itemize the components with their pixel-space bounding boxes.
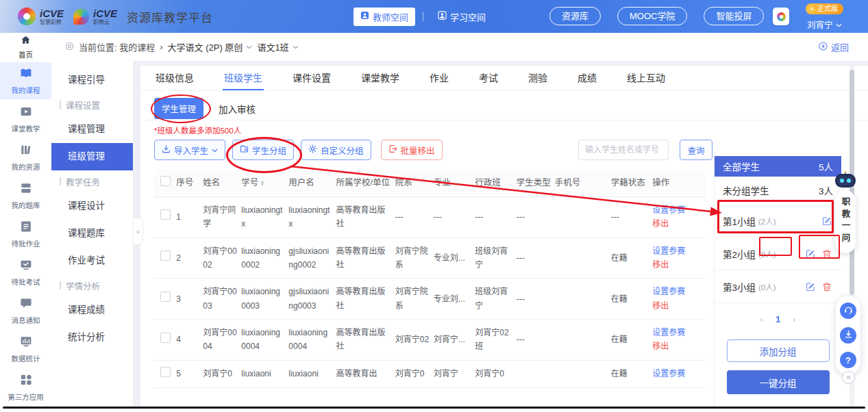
pagination-prev[interactable]: ‹ (760, 314, 763, 324)
menu-item-course-management[interactable]: 课程管理 (51, 116, 133, 143)
set-contest-action-link[interactable]: 设置参赛 (652, 326, 702, 339)
menu-item-class-management[interactable]: 班级管理 (51, 143, 133, 170)
cell-name[interactable]: 刘宵宁0002 (203, 237, 241, 279)
workspace-teacher-space[interactable]: 教师空间 (354, 8, 415, 26)
group-item-2[interactable]: 第2小组(0人) (715, 237, 841, 270)
remove-action-link[interactable]: 移出 (652, 339, 702, 353)
pagination-next[interactable]: › (793, 314, 795, 324)
close-floating-toolbar-button[interactable]: ✕ (842, 371, 855, 384)
set-contest-action-link[interactable]: 设置参赛 (652, 285, 702, 298)
cell-num: 2 (176, 237, 203, 279)
row-checkbox[interactable] (160, 292, 171, 302)
row-checkbox[interactable] (160, 333, 171, 343)
breadcrumb-course-dropdown[interactable]: 大学语文 (2P) 原创 (168, 40, 253, 53)
query-button[interactable]: 查询 (680, 140, 712, 160)
workspace-learning-space[interactable]: 学习空间 (431, 8, 493, 26)
sidebar-item-my-courses[interactable]: 我的课程 (0, 62, 51, 99)
support-button[interactable] (840, 302, 856, 319)
remove-action-link[interactable]: 移出 (652, 299, 702, 313)
remove-action-link[interactable]: 移出 (652, 217, 702, 231)
menu-item-course-grades[interactable]: 课程成绩 (51, 296, 133, 324)
menu-item-course-guide[interactable]: 课程引导 (51, 66, 133, 94)
tab-courseware-settings[interactable]: 课件设置 (293, 66, 331, 90)
menu-item-statistical-analysis[interactable]: 统计分析 (51, 324, 133, 351)
delete-group-icon[interactable] (822, 282, 832, 292)
sidebar-item-my-resources[interactable]: 我的资源 (0, 139, 51, 176)
menu-item-course-design[interactable]: 课程设计 (51, 192, 133, 220)
student-grouping-button[interactable]: 学生分组 (232, 140, 294, 160)
download-button[interactable] (840, 327, 856, 344)
user-menu[interactable]: 刘宵宁 (807, 18, 842, 31)
cell-major: 刘宵宁... (434, 320, 475, 361)
group-all-students[interactable]: 全部学生 5人 (715, 156, 841, 177)
back-button[interactable]: 返回 (819, 33, 849, 61)
auto-group-button[interactable]: 一键分组 (727, 370, 830, 394)
menu-section-learning-analysis: 学情分析 (51, 274, 133, 296)
row-checkbox[interactable] (160, 367, 171, 377)
edit-group-icon[interactable] (822, 216, 832, 226)
add-group-button[interactable]: 添加分组 (727, 339, 830, 362)
link-smart-casting[interactable]: 智能投屏 (704, 7, 764, 25)
sidebar-collapse-handle[interactable]: « (134, 218, 143, 245)
tab-exam[interactable]: 考试 (479, 66, 498, 90)
tab-join-review[interactable]: 加入审核 (219, 102, 256, 116)
breadcrumb-class-dropdown[interactable]: 语文1班 (257, 40, 298, 53)
sort-icon[interactable] (260, 181, 264, 185)
home-label: 首页 (18, 49, 33, 60)
cell-major: 专业刘... (434, 237, 475, 279)
sidebar-item-label: 待批作业 (12, 238, 40, 248)
group-count: (2人) (758, 216, 776, 227)
tab-classroom-teaching[interactable]: 课堂教学 (361, 66, 399, 90)
custom-grouping-button[interactable]: 自定义分组 (301, 140, 371, 160)
sidebar-item-classroom-teaching[interactable]: 课堂教学 (0, 101, 51, 138)
import-students-button[interactable]: 导入学生 (154, 140, 225, 160)
student-search-input[interactable] (578, 140, 669, 160)
batch-remove-button[interactable]: 批量移出 (381, 140, 443, 160)
sidebar-item-my-question-bank[interactable]: 我的题库 (0, 177, 51, 214)
edit-group-icon[interactable] (806, 282, 815, 292)
pagination-page[interactable]: 1 (776, 314, 780, 324)
sidebar-item-pending-exams[interactable]: 待批考试 (0, 254, 51, 291)
sidebar-item-pending-homework[interactable]: 待批作业 (0, 216, 51, 253)
cell-dept: 刘宵宁0 (395, 360, 434, 387)
cell-school: 高等教育出版社 (336, 237, 395, 279)
tab-online-interaction[interactable]: 线上互动 (627, 66, 665, 90)
group-item-3[interactable]: 第3小组(0人) (715, 270, 841, 303)
sidebar-item-messages[interactable]: 消息通知 (0, 292, 51, 329)
tab-student-management[interactable]: 学生管理 (154, 98, 203, 119)
username: 刘宵宁 (807, 18, 833, 31)
mini-app-button[interactable] (773, 8, 789, 25)
tab-quiz[interactable]: 测验 (528, 66, 547, 90)
row-checkbox[interactable] (160, 250, 171, 261)
cell-phone (555, 279, 611, 320)
menu-item-course-question-bank[interactable]: 课程题库 (51, 220, 133, 247)
assistant-widget[interactable]: 职教一问 (832, 170, 859, 253)
cell-name[interactable]: 刘宵宁0003 (203, 279, 241, 320)
edit-group-icon[interactable] (806, 249, 815, 259)
sidebar-item-third-party-apps[interactable]: 第三方应用 (0, 369, 51, 406)
help-button[interactable]: ? (840, 352, 856, 368)
group-item-1[interactable]: 第1小组(2人) (715, 204, 841, 237)
tab-class-students[interactable]: 班级学生 (224, 66, 262, 90)
logo-brand: iCVE (93, 8, 117, 18)
group-ungrouped-students[interactable]: 未分组学生 3人 (715, 177, 841, 204)
select-all-checkbox[interactable] (160, 176, 171, 186)
row-checkbox[interactable] (160, 209, 171, 220)
sidebar-item-data-statistics[interactable]: 数据统计 (0, 331, 51, 368)
link-mooc-academy[interactable]: MOOC学院 (617, 7, 687, 25)
delete-group-icon[interactable] (822, 249, 832, 259)
tab-homework[interactable]: 作业 (430, 66, 449, 90)
pending-homework-icon (20, 220, 32, 235)
cell-name[interactable]: 刘宵宁0 (203, 360, 241, 387)
link-resource-library[interactable]: 资源库 (549, 7, 601, 25)
tab-class-info[interactable]: 班级信息 (156, 66, 194, 90)
set-contest-action-link[interactable]: 设置参赛 (652, 367, 702, 381)
set-contest-action-link[interactable]: 设置参赛 (652, 244, 702, 258)
remove-action-link[interactable]: 移出 (652, 258, 702, 272)
cell-name[interactable]: 刘宵宁0004 (203, 320, 241, 361)
set-contest-action-link[interactable]: 设置参赛 (652, 203, 702, 217)
sidebar-item-home[interactable]: 首页 (0, 33, 51, 62)
menu-item-homework-exam[interactable]: 作业考试 (51, 247, 133, 274)
tab-grades[interactable]: 成绩 (578, 66, 597, 90)
cell-name[interactable]: 刘宵宁同学 (203, 196, 241, 237)
